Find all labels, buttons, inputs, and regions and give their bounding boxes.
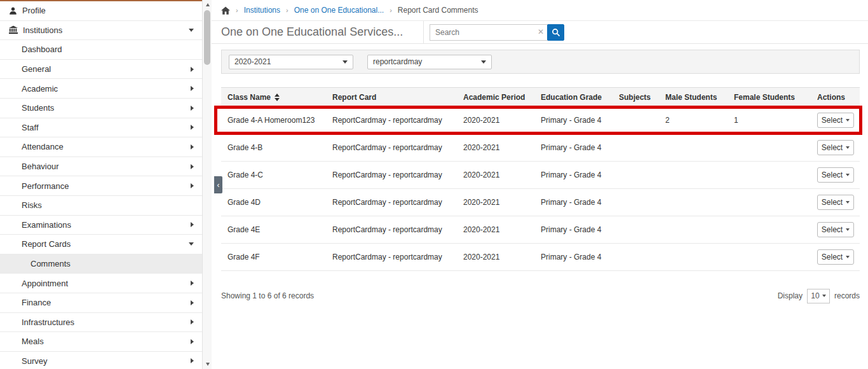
search-field-wrap: ✕ xyxy=(430,24,548,41)
sidebar-item-academic[interactable]: Academic xyxy=(0,79,202,99)
breadcrumb-link-institution-name[interactable]: One on One Educational... xyxy=(294,6,384,15)
table-header-row: Class Name Report Card Academic Period E… xyxy=(221,88,860,107)
sidebar-collapse-button[interactable]: ‹ xyxy=(214,176,222,193)
cell-male-students xyxy=(659,134,728,162)
institution-icon xyxy=(9,25,18,34)
sidebar-item-staff[interactable]: Staff xyxy=(0,118,202,138)
chevron-down-icon xyxy=(189,29,194,32)
cell-class-name: Grade 4D xyxy=(221,189,326,216)
sidebar-item-meals[interactable]: Meals xyxy=(0,332,202,352)
scroll-up-arrow-icon[interactable] xyxy=(203,0,212,10)
chevron-left-icon: ‹ xyxy=(217,181,220,190)
cell-female-students xyxy=(728,216,811,244)
academic-year-value: 2020-2021 xyxy=(234,57,342,66)
sidebar-item-institutions[interactable]: Institutions xyxy=(0,21,202,41)
table-row: Grade 4-A Homeroom123 ReportCardmay - re… xyxy=(221,107,860,134)
cell-academic-period: 2020-2021 xyxy=(457,216,534,244)
cell-report-card: ReportCardmay - reportcardmay xyxy=(326,107,457,134)
select-button[interactable]: Select xyxy=(817,113,854,128)
sidebar-item-profile[interactable]: Profile xyxy=(0,1,202,21)
chevron-right-icon xyxy=(191,358,194,363)
select-button[interactable]: Select xyxy=(817,140,854,155)
cell-academic-period: 2020-2021 xyxy=(457,189,534,216)
chevron-right-icon xyxy=(191,339,194,344)
scrollbar-thumb[interactable] xyxy=(204,10,210,65)
page-size-select[interactable]: 10 xyxy=(807,289,830,303)
cell-education-grade: Primary - Grade 4 xyxy=(534,216,613,244)
sidebar-item-performance[interactable]: Performance xyxy=(0,176,202,196)
chevron-down-icon xyxy=(846,201,850,204)
sidebar-item-examinations[interactable]: Examinations xyxy=(0,216,202,235)
cell-education-grade: Primary - Grade 4 xyxy=(534,134,613,162)
sidebar-item-label: Infrastructures xyxy=(22,317,191,327)
cell-education-grade: Primary - Grade 4 xyxy=(534,244,613,271)
search-button[interactable] xyxy=(547,24,564,41)
display-label: Display xyxy=(778,291,803,300)
chevron-right-icon xyxy=(191,222,194,227)
sidebar-item-label: Survey xyxy=(22,356,191,366)
column-header-report-card: Report Card xyxy=(326,88,457,107)
breadcrumb-link-institutions[interactable]: Institutions xyxy=(244,6,280,15)
person-icon xyxy=(9,6,17,15)
sidebar-item-label: Appointment xyxy=(22,279,191,288)
cell-academic-period: 2020-2021 xyxy=(457,107,534,134)
column-header-female-students: Female Students xyxy=(728,88,811,107)
chevron-down-icon xyxy=(846,146,850,149)
chevron-down-icon xyxy=(342,60,348,64)
cell-class-name: Grade 4-B xyxy=(221,134,326,162)
sidebar-item-risks[interactable]: Risks xyxy=(0,196,202,216)
cell-report-card: ReportCardmay - reportcardmay xyxy=(326,134,457,162)
select-button[interactable]: Select xyxy=(817,222,854,237)
column-header-actions: Actions xyxy=(811,88,860,107)
chevron-down-icon xyxy=(481,60,486,64)
filter-panel: 2020-2021 reportcardmay xyxy=(221,50,860,74)
sidebar-item-attendance[interactable]: Attendance xyxy=(0,137,202,157)
select-button[interactable]: Select xyxy=(817,167,854,183)
cell-report-card: ReportCardmay - reportcardmay xyxy=(326,162,457,189)
sidebar-item-label: Performance xyxy=(22,181,191,191)
sidebar-item-label: Meals xyxy=(22,337,191,346)
sidebar-item-label: Examinations xyxy=(22,220,191,230)
sidebar-item-survey[interactable]: Survey xyxy=(0,352,202,369)
sidebar-item-infrastructures[interactable]: Infrastructures xyxy=(0,313,202,333)
sidebar-item-report-cards[interactable]: Report Cards xyxy=(0,235,202,254)
report-card-value: reportcardmay xyxy=(373,57,481,66)
sidebar-item-dashboard[interactable]: Dashboard xyxy=(0,40,202,60)
cell-class-name: Grade 4-C xyxy=(221,162,326,189)
academic-year-select[interactable]: 2020-2021 xyxy=(229,55,353,69)
sort-icon[interactable] xyxy=(275,94,280,101)
breadcrumb-separator: › xyxy=(390,6,392,14)
sidebar-item-finance[interactable]: Finance xyxy=(0,293,202,313)
sidebar-scrollbar[interactable] xyxy=(202,0,212,369)
chevron-down-icon xyxy=(846,174,850,176)
clear-search-icon[interactable]: ✕ xyxy=(538,28,544,36)
cell-class-name: Grade 4F xyxy=(221,244,326,271)
search-input[interactable] xyxy=(430,24,548,41)
sidebar-item-behaviour[interactable]: Behaviour xyxy=(0,157,202,177)
cell-male-students xyxy=(659,189,728,216)
sidebar-item-comments[interactable]: Comments xyxy=(0,254,202,274)
chevron-right-icon xyxy=(191,319,194,324)
chevron-down-icon xyxy=(846,119,850,122)
table-row: Grade 4-C ReportCardmay - reportcardmay … xyxy=(221,162,860,189)
table-footer: Showing 1 to 6 of 6 records Display 10 r… xyxy=(221,286,860,305)
sidebar-item-students[interactable]: Students xyxy=(0,99,202,118)
column-header-subjects: Subjects xyxy=(613,88,659,107)
column-header-academic-period: Academic Period xyxy=(457,88,534,107)
cell-male-students xyxy=(659,216,728,244)
scroll-down-arrow-icon[interactable] xyxy=(203,359,212,369)
cell-female-students xyxy=(728,162,811,189)
home-icon[interactable] xyxy=(221,6,230,15)
cell-male-students xyxy=(659,162,728,189)
sidebar-item-general[interactable]: General xyxy=(0,60,202,80)
chevron-right-icon xyxy=(191,125,194,130)
select-button[interactable]: Select xyxy=(817,249,854,265)
breadcrumb-separator: › xyxy=(236,6,238,14)
report-card-select[interactable]: reportcardmay xyxy=(367,55,492,69)
chevron-right-icon xyxy=(191,67,194,72)
column-header-class-name[interactable]: Class Name xyxy=(221,88,326,107)
sidebar-item-appointment[interactable]: Appointment xyxy=(0,274,202,293)
cell-female-students xyxy=(728,134,811,162)
select-button[interactable]: Select xyxy=(817,195,854,210)
chevron-down-icon xyxy=(846,228,850,231)
